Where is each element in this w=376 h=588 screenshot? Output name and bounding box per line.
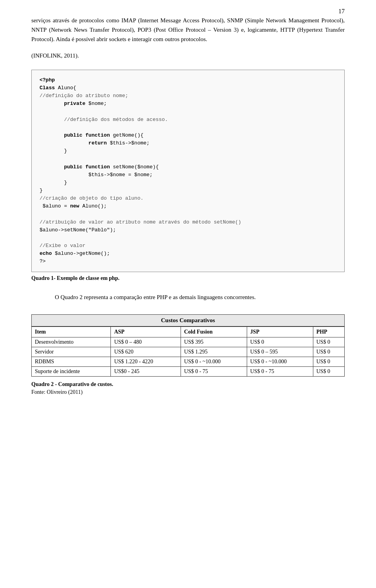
col-header-item: Item [32, 326, 111, 337]
cell-servidor-item: Servidor [32, 347, 111, 357]
table-header-row: Item ASP Cold Fusion JSP PHP [32, 326, 345, 337]
page-container: 17 serviços através de protocolos como I… [0, 0, 376, 588]
cell-servidor-asp: US$ 620 [111, 347, 181, 357]
cell-servidor-cf: US$ 1.295 [181, 347, 247, 357]
col-header-asp: ASP [111, 326, 181, 337]
quadro1-caption: Quadro 1- Exemplo de classe em php. [31, 275, 345, 281]
cell-desenvolvimento-cf: US$ 395 [181, 337, 247, 347]
table-row: RDBMS US$ 1.220 - 4220 US$ 0 - ~10.000 U… [32, 357, 345, 367]
cell-rdbms-asp: US$ 1.220 - 4220 [111, 357, 181, 367]
comparison-table: Custos Comparativos Item ASP Cold Fusion… [31, 314, 345, 377]
table-row: Servidor US$ 620 US$ 1.295 US$ 0 – 595 U… [32, 347, 345, 357]
col-header-jsp: JSP [247, 326, 313, 337]
cell-suporte-cf: US$ 0 - 75 [181, 367, 247, 377]
cell-desenvolvimento-item: Desenvolvimento [32, 337, 111, 347]
table-title: Custos Comparativos [32, 315, 345, 327]
table-section: Custos Comparativos Item ASP Cold Fusion… [31, 314, 345, 377]
infolink-paragraph: (INFOLINK, 2011). [31, 51, 345, 60]
cell-desenvolvimento-php: US$ 0 [313, 337, 344, 347]
table-title-row: Custos Comparativos [32, 315, 345, 327]
table-source: Fonte: Olivreiro (2011) [31, 389, 345, 395]
page-number: 17 [338, 8, 345, 15]
quadro2-caption: Quadro 2 - Comparativo de custos. [31, 381, 345, 388]
cell-suporte-asp: US$0 - 245 [111, 367, 181, 377]
cell-rdbms-item: RDBMS [32, 357, 111, 367]
cell-rdbms-jsp: US$ 0 - ~10.000 [247, 357, 313, 367]
cell-rdbms-php: US$ 0 [313, 357, 344, 367]
table-row: Suporte de incidente US$0 - 245 US$ 0 - … [32, 367, 345, 377]
cell-desenvolvimento-asp: US$ 0 – 480 [111, 337, 181, 347]
cell-desenvolvimento-jsp: US$ 0 [247, 337, 313, 347]
code-line-1: <?php Class Aluno{ //definição do atribu… [40, 77, 241, 264]
col-header-coldfusion: Cold Fusion [181, 326, 247, 337]
cell-servidor-php: US$ 0 [313, 347, 344, 357]
code-block: <?php Class Aluno{ //definição do atribu… [31, 70, 345, 272]
intro-paragraph: serviços através de protocolos como IMAP… [31, 16, 345, 44]
cell-suporte-jsp: US$ 0 - 75 [247, 367, 313, 377]
col-header-php: PHP [313, 326, 344, 337]
cell-rdbms-cf: US$ 0 - ~10.000 [181, 357, 247, 367]
cell-suporte-php: US$ 0 [313, 367, 344, 377]
cell-servidor-jsp: US$ 0 – 595 [247, 347, 313, 357]
paragraph2: O Quadro 2 representa a comparação entre… [31, 292, 345, 302]
cell-suporte-item: Suporte de incidente [32, 367, 111, 377]
table-row: Desenvolvimento US$ 0 – 480 US$ 395 US$ … [32, 337, 345, 347]
